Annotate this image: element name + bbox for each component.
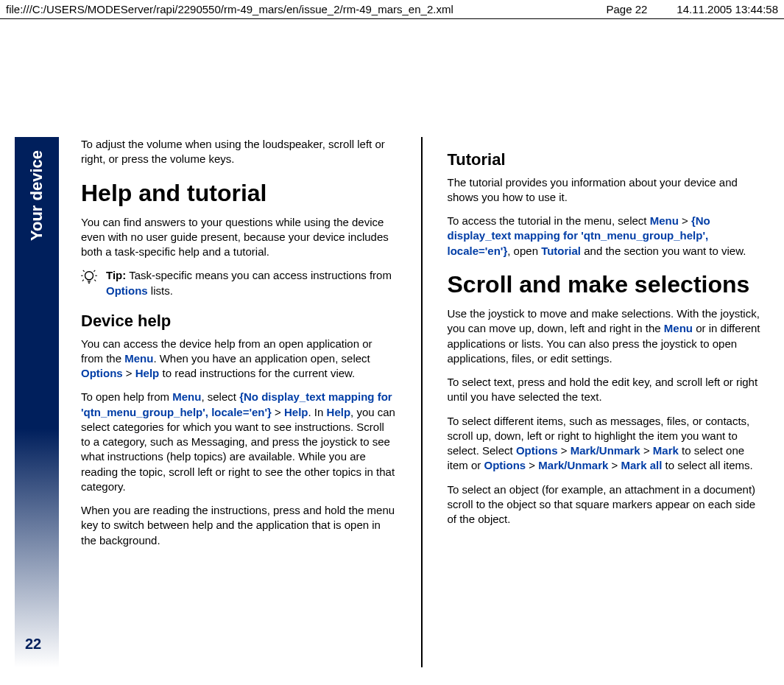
paragraph: You can find answers to your questions w…	[81, 215, 396, 260]
side-tab-label: Your device	[27, 144, 46, 247]
paragraph: Use the joystick to move and make select…	[448, 306, 763, 366]
paragraph: To select an object (for example, an att…	[448, 482, 763, 527]
paragraph: To access the tutorial in the menu, sele…	[448, 214, 763, 259]
side-tab: Your device 22	[15, 137, 59, 667]
column-divider	[421, 137, 423, 667]
column-left: To adjust the volume when using the loud…	[81, 137, 396, 667]
svg-point-0	[85, 272, 93, 280]
paragraph: To select text, press and hold the edit …	[448, 375, 763, 405]
tip-text: Tip: Task-specific means you can access …	[106, 268, 396, 298]
page-indicator: Page 22	[606, 3, 647, 15]
heading-tutorial: Tutorial	[448, 149, 763, 171]
heading-scroll-selections: Scroll and make selections	[448, 269, 763, 301]
heading-device-help: Device help	[81, 310, 396, 332]
header: file:///C:/USERS/MODEServer/rapi/2290550…	[0, 0, 784, 19]
paragraph: To select different items, such as messa…	[448, 414, 763, 474]
paragraph: You can access the device help from an o…	[81, 337, 396, 382]
heading-help-tutorial: Help and tutorial	[81, 178, 396, 209]
file-path: file:///C:/USERS/MODEServer/rapi/2290550…	[6, 3, 453, 15]
paragraph: To open help from Menu, select {No displ…	[81, 390, 396, 494]
lightbulb-icon	[81, 268, 97, 289]
paragraph: The tutorial provides you information ab…	[448, 175, 763, 206]
timestamp: 14.11.2005 13:44:58	[677, 3, 778, 15]
paragraph: When you are reading the instructions, p…	[81, 503, 396, 548]
tip-box: Tip: Task-specific means you can access …	[81, 268, 396, 298]
page-number: 22	[25, 636, 41, 653]
column-right: Tutorial The tutorial provides you infor…	[448, 137, 763, 667]
paragraph: To adjust the volume when using the loud…	[81, 137, 396, 167]
